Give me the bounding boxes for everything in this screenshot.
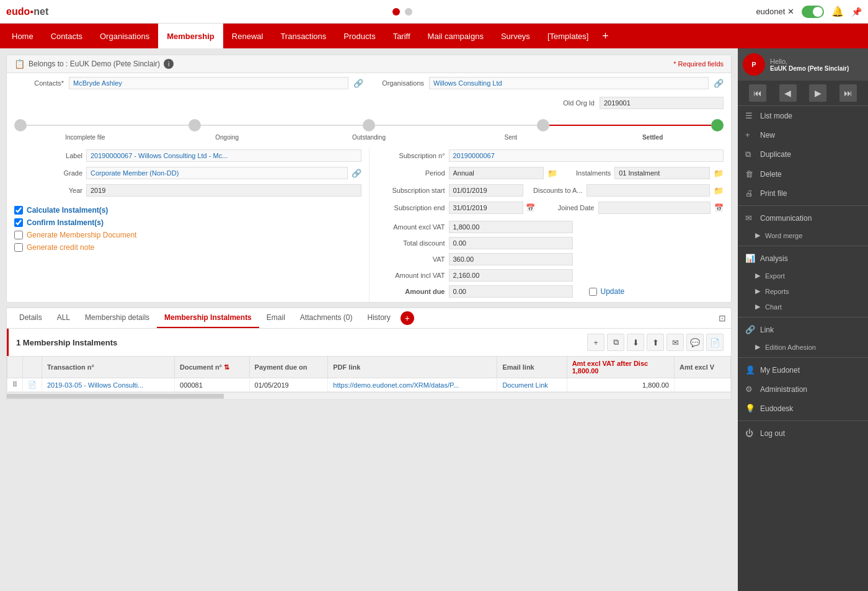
sub-no-input[interactable] [449,149,724,162]
nav-last-btn[interactable]: ⏭ [839,84,857,102]
email-link[interactable]: Document Link [502,381,547,389]
discounts-link-icon[interactable]: 📁 [714,186,724,195]
amt-incl-vat-input[interactable] [449,269,573,282]
chk2-label[interactable]: Confirm Instalment(s) [27,218,104,227]
transaction-cell[interactable]: 2019-03-05 - Willows Consulti... [42,378,175,392]
nav-renewal[interactable]: Renewal [223,24,272,48]
grade-input[interactable] [86,167,348,179]
sidebar-print[interactable]: 🖨 Print file [738,184,868,203]
vat-input[interactable] [449,253,573,265]
tab-email[interactable]: Email [259,308,293,328]
table-sms-btn[interactable]: 💬 [686,334,704,351]
table-add-btn[interactable]: + [587,334,604,351]
discounts-input[interactable] [587,184,711,197]
sidebar-analysis[interactable]: 📊 Analysis [738,249,868,268]
tab-membership-details[interactable]: Membership details [78,308,157,328]
tab-expand-icon[interactable]: ⊡ [719,313,726,323]
sidebar-edition-adhesion[interactable]: ▶ Edition Adhesion [738,339,868,355]
label-input[interactable] [86,149,361,162]
year-input[interactable] [86,184,361,197]
period-link-icon[interactable]: 📁 [547,169,557,178]
pdf-link[interactable]: https://demo.eudonet.com/XRM/datas/P... [333,381,459,389]
step-ongoing[interactable] [188,119,201,131]
period-input[interactable] [449,167,544,179]
sidebar-list-mode[interactable]: ☰ List mode [738,106,868,125]
nav-products[interactable]: Products [335,24,384,48]
transaction-link[interactable]: 2019-03-05 - Willows Consulti... [47,381,143,389]
nav-transactions[interactable]: Transactions [272,24,335,48]
tab-all[interactable]: ALL [50,308,78,328]
nav-next-btn[interactable]: ▶ [809,84,826,102]
file-cell[interactable]: 📄 [23,378,42,392]
contact-link-icon[interactable]: 🔗 [353,79,363,88]
sidebar-delete[interactable]: 🗑 Delete [738,164,868,184]
instalments-input[interactable] [614,167,710,179]
tab-membership-instalments[interactable]: Membership Instalments [157,308,259,328]
email-link-cell[interactable]: Document Link [497,378,567,392]
nav-home[interactable]: Home [3,24,42,48]
sidebar-export[interactable]: ▶ Export [738,268,868,283]
amt-excl-vat-input[interactable] [449,221,573,233]
chk4-label[interactable]: Generate credit note [27,243,94,252]
contact-input[interactable] [69,77,348,89]
nav-templates[interactable]: [Templates] [539,24,597,48]
tab-history[interactable]: History [360,308,398,328]
instalments-link-icon[interactable]: 📁 [714,169,724,178]
chk2-checkbox[interactable] [14,218,23,227]
nav-surveys[interactable]: Surveys [492,24,539,48]
bell-icon[interactable]: 🔔 [831,6,844,17]
nav-organisations[interactable]: Organisations [91,24,158,48]
org-link-icon[interactable]: 🔗 [714,79,724,88]
sidebar-reports[interactable]: ▶ Reports [738,283,868,299]
sidebar-my-eudonet[interactable]: 👤 My Eudonet [738,360,868,380]
sidebar-duplicate[interactable]: ⧉ Duplicate [738,144,868,164]
sidebar-chart[interactable]: ▶ Chart [738,299,868,314]
tab-attachments[interactable]: Attachments (0) [293,308,360,328]
nav-prev-btn[interactable]: ◀ [779,84,797,102]
table-scrollbar[interactable] [7,392,731,399]
org-input[interactable] [429,77,709,89]
update-label[interactable]: Update [601,287,625,296]
step-settled[interactable]: ✓ [711,119,724,131]
tab-details[interactable]: Details [12,308,50,328]
chk4-checkbox[interactable] [14,243,23,252]
sidebar-communication[interactable]: ✉ Communication [738,208,868,228]
nav-add[interactable]: + [597,30,614,43]
sidebar-word-merge[interactable]: ▶ Word merge [738,228,868,243]
chk3-label[interactable]: Generate Membership Document [27,231,136,239]
sub-start-input[interactable] [449,184,523,197]
table-email-btn[interactable]: ✉ [666,334,684,351]
tab-add[interactable]: + [401,311,414,325]
step-incomplete[interactable] [14,119,27,131]
nav-contacts[interactable]: Contacts [42,24,91,48]
grade-link-icon[interactable]: 🔗 [352,169,361,178]
nav-tariff[interactable]: Tariff [384,24,419,48]
chk3-checkbox[interactable] [14,231,23,239]
step-sent[interactable] [537,119,549,131]
table-download-btn[interactable]: ⬇ [627,334,644,351]
table-file-btn[interactable]: 📄 [706,334,724,351]
amt-due-input[interactable] [449,285,573,298]
chk1-checkbox[interactable] [14,206,23,215]
toggle-switch[interactable] [802,6,824,18]
table-copy-btn[interactable]: ⧉ [607,334,624,351]
sidebar-new[interactable]: + New [738,125,868,144]
sub-end-cal-icon[interactable]: 📅 [526,203,535,212]
nav-membership[interactable]: Membership [158,24,223,48]
step-outstanding[interactable] [363,119,375,131]
info-icon[interactable]: i [164,59,174,69]
pin-icon[interactable]: 📌 [851,7,862,17]
sidebar-eudodesk[interactable]: 💡 Eudodesk [738,399,868,418]
joined-date-input[interactable] [598,202,711,214]
sidebar-logout[interactable]: ⏻ Log out [738,424,868,443]
joined-date-cal-icon[interactable]: 📅 [714,203,724,212]
chk1-label[interactable]: Calculate Instalment(s) [27,206,108,215]
sidebar-administration[interactable]: ⚙ Administration [738,380,868,399]
total-discount-input[interactable] [449,237,573,249]
table-upload-btn[interactable]: ⬆ [647,334,664,351]
update-checkbox[interactable] [589,288,597,296]
sidebar-link[interactable]: 🔗 Link [738,320,868,339]
drag-cell[interactable]: ⠿ [7,378,23,392]
pdf-link-cell[interactable]: https://demo.eudonet.com/XRM/datas/P... [328,378,497,392]
nav-mail-campaigns[interactable]: Mail campaigns [419,24,492,48]
